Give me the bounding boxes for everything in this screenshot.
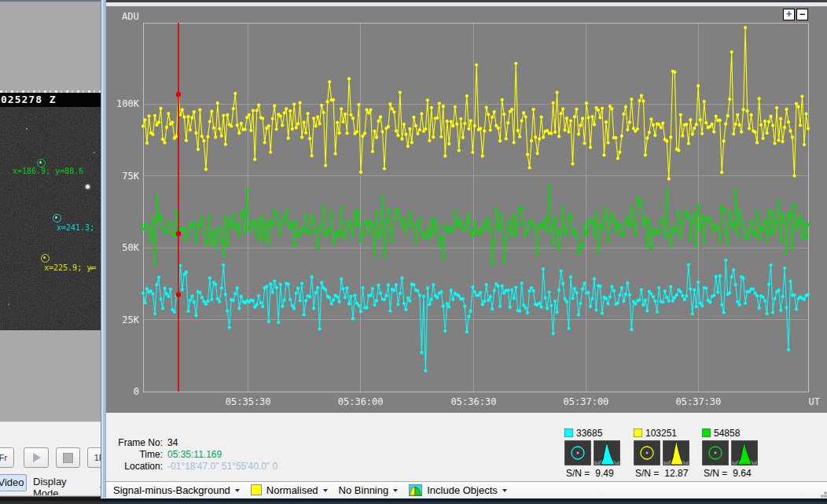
target-summary-cyan: 33685 S/N = 9.49 [564,428,627,479]
zoom-in-button[interactable]: + [783,9,795,20]
lightcurve-window: 025K50K75K100K05:35:3005:36:0005:36:3005… [101,0,827,504]
star [86,185,90,189]
object-label-cyan: x=241.3; [57,223,94,232]
window-bottom-edge [101,498,827,504]
target-image-thumb[interactable] [564,440,591,465]
location-label: Location: [114,461,163,472]
vti-timestamp: 025278 Z [0,93,106,107]
sn-value: 9.49 [595,468,613,479]
target-intensity-value: 103251 [645,428,677,439]
svg-text:UT: UT [809,396,820,407]
binning-dropdown[interactable]: No Binning [339,484,399,496]
normalisation-color-icon [251,484,262,495]
target-color-swatch [634,429,642,437]
frame-no-label: Frame No: [114,437,163,448]
series-target-yellow [142,26,810,181]
svg-text:100K: 100K [116,98,140,109]
prev-frame-button[interactable]: 1Fr [0,447,14,468]
desktop-edge [0,496,106,504]
svg-text:0: 0 [134,386,139,397]
cursor-point [176,292,181,297]
resize-grip-icon[interactable] [816,487,824,495]
lightcurve-plot[interactable]: 025K50K75K100K05:35:3005:36:0005:36:3005… [106,6,827,413]
series-target-cyan [142,259,810,373]
star [94,152,95,153]
svg-text:05:35:30: 05:35:30 [226,396,271,407]
chevron-down-icon [323,489,328,492]
normalisation-dropdown[interactable]: Normalised [251,484,328,496]
chevron-down-icon [502,489,507,492]
sn-value: 9.64 [733,468,751,479]
object-label-yellow: x=225.9; y= [44,263,96,272]
video-frame[interactable]: x=186.9; y=88.6 x=241.3; x=225.9; y= [0,107,106,330]
include-objects-label: Include Objects [427,484,498,496]
cursor-point [176,92,181,97]
target-color-swatch [702,429,711,437]
target-summary-yellow: 103251 S/N = 12.87 [634,428,697,479]
object-label-green: x=186.9; y=88.6 [13,167,83,175]
location-value: -01°18'47.0" 51°55'40.0" 0 [167,461,278,472]
svg-text:05:36:00: 05:36:00 [338,396,384,407]
target-summary-green: 54858 S/N = 9.64 [702,428,765,479]
include-objects-dropdown[interactable]: Include Objects [409,484,507,496]
window-top-border [106,0,827,6]
series-target-green [142,184,810,265]
target-image-thumb[interactable] [702,440,729,465]
target-psf-thumb[interactable] [663,440,689,465]
normalisation-label: Normalised [266,484,318,496]
binning-label: No Binning [339,484,389,496]
target-psf-thumb[interactable] [731,440,758,465]
time-label: Time: [114,449,163,460]
time-value: 05:35:11.169 [167,449,222,460]
svg-text:05:36:30: 05:36:30 [451,396,497,407]
video-control-panel: 1Fr 1Fr Video Display Mode [0,421,106,504]
stop-icon [63,453,73,463]
sn-label: S/N = [566,468,590,479]
stop-button[interactable] [56,447,80,468]
frame-info-panel: Frame No: 34 Time: 05:35:11.169 Location… [106,413,827,481]
video-window: 025278 Z x=186.9; y=88.6 x=241.3; x=225.… [0,0,106,504]
play-button[interactable] [24,447,49,468]
window-top-edge [0,0,106,2]
video-tab[interactable]: Video [0,474,27,491]
target-image-thumb[interactable] [634,440,660,465]
sn-label: S/N = [635,468,659,479]
sn-label: S/N = [704,468,727,479]
zoom-out-button[interactable]: − [796,9,808,20]
target-intensity-value: 33685 [576,428,602,439]
cursor-point [176,231,181,236]
window-left-border [101,0,106,504]
include-objects-icon [409,484,422,496]
reduction-toolbar: Signal-minus-Background Normalised No Bi… [106,481,827,498]
svg-text:ADU: ADU [122,11,139,22]
target-psf-thumb[interactable] [594,440,620,465]
chevron-down-icon [393,489,398,492]
target-intensity-value: 54858 [714,428,740,439]
chart-area: 025K50K75K100K05:35:3005:36:0005:36:3005… [106,6,827,413]
sn-value: 12.87 [664,468,688,479]
svg-text:50K: 50K [122,242,139,253]
object-center-dot [55,216,57,219]
screen: 025278 Z x=186.9; y=88.6 x=241.3; x=225.… [0,0,827,504]
object-center-dot [43,256,46,259]
target-color-swatch [564,429,573,437]
svg-text:25K: 25K [122,315,139,326]
svg-text:05:37:30: 05:37:30 [676,396,722,407]
play-icon [33,453,41,462]
reduction-mode-dropdown[interactable]: Signal-minus-Background [113,484,240,496]
star [8,304,9,305]
frame-no-value: 34 [167,437,178,448]
star [26,128,28,130]
object-center-dot [39,161,42,164]
svg-text:05:37:00: 05:37:00 [564,396,609,407]
chevron-down-icon [235,489,240,492]
svg-text:75K: 75K [122,171,139,182]
reduction-mode-label: Signal-minus-Background [113,484,230,496]
